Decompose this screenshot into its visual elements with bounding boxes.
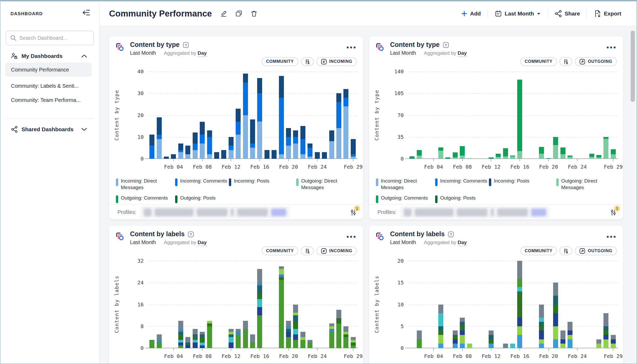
my-dashboards-section[interactable]: My Dashboards <box>1 51 99 61</box>
more-menu-icon[interactable]: ••• <box>607 44 617 56</box>
shared-dashboards-section[interactable]: Shared Dashboards <box>1 124 99 134</box>
help-icon[interactable]: ? <box>443 42 449 48</box>
bar-segment <box>329 332 334 348</box>
legend-item[interactable]: Outgoing: Direct Messages <box>556 178 617 191</box>
bar-segment <box>307 340 312 343</box>
search-input[interactable] <box>19 35 90 41</box>
chevron-up-icon[interactable] <box>81 54 87 58</box>
bar-segment <box>178 329 183 332</box>
bar-segment <box>336 93 341 102</box>
bar-segment <box>200 122 205 135</box>
legend-item[interactable]: Incoming: Posts <box>229 178 296 191</box>
y-tick-label: 20 <box>137 112 144 118</box>
collapse-sidebar-icon[interactable] <box>82 9 90 16</box>
bar-segment <box>351 340 356 343</box>
bar-segment <box>596 339 601 344</box>
legend-item[interactable]: Incoming: Direct Messages <box>116 178 175 191</box>
more-menu-icon[interactable]: ••• <box>607 233 617 245</box>
bar-segment <box>438 305 443 313</box>
export-button[interactable]: Export <box>594 10 621 18</box>
bar-segment <box>229 343 234 348</box>
bar-segment <box>603 335 608 339</box>
direction-badge[interactable]: OUTGOING <box>575 246 617 255</box>
legend-item[interactable]: Outgoing: Direct Messages <box>296 178 357 191</box>
bar-segment <box>200 144 205 159</box>
bar-segment <box>517 151 522 159</box>
x-tick-label: Feb 08 <box>453 164 472 170</box>
aggregation-value[interactable]: Day <box>198 240 207 246</box>
filter-icon[interactable]: 1 <box>349 208 357 216</box>
delete-icon[interactable] <box>250 10 258 18</box>
legend-item[interactable]: Incoming: Posts <box>489 178 556 191</box>
share-button[interactable]: Share <box>555 10 580 17</box>
aggregation-value[interactable]: Day <box>198 50 207 57</box>
legend-item[interactable]: Outgoing: Posts <box>435 195 489 203</box>
sidebar-item-labels-sentiment[interactable]: Community: Labels & Senti... <box>5 80 92 92</box>
duplicate-icon[interactable] <box>235 10 243 18</box>
stacked-bar <box>214 152 219 159</box>
more-menu-icon[interactable]: ••• <box>347 44 357 56</box>
x-tick-mark <box>202 159 203 161</box>
bar-segment <box>438 326 443 331</box>
filter-icon[interactable]: 1 <box>609 208 617 216</box>
bar-segment <box>343 337 348 348</box>
flag-badge[interactable] <box>559 246 572 255</box>
stacked-bar <box>539 147 544 159</box>
bar-segment <box>286 329 291 332</box>
aggregation-value[interactable]: Day <box>458 50 467 57</box>
chevron-down-icon[interactable] <box>81 128 87 131</box>
legend-item[interactable]: Outgoing: Comments <box>376 195 435 203</box>
flag-badge[interactable] <box>559 57 572 66</box>
community-badge[interactable]: COMMUNITY <box>262 246 298 255</box>
help-icon[interactable]: ? <box>183 42 189 48</box>
edit-icon[interactable] <box>220 10 228 18</box>
stacked-bar <box>264 150 269 159</box>
flag-badge[interactable] <box>301 57 314 66</box>
bar-segment <box>510 156 515 159</box>
chart-plot: 08162432Feb 04Feb 08Feb 12Feb 16Feb 20Fe… <box>148 261 357 348</box>
x-tick-mark <box>353 348 353 351</box>
legend-item[interactable]: Outgoing: Posts <box>175 195 229 203</box>
x-tick-mark <box>520 159 520 161</box>
legend-item[interactable]: Incoming: Comments <box>435 178 489 191</box>
gridline <box>148 283 357 283</box>
add-button[interactable]: Add <box>461 10 481 17</box>
legend-item[interactable]: Incoming: Direct Messages <box>376 178 435 191</box>
aggregation-value[interactable]: Day <box>458 240 467 246</box>
bar-segment <box>553 137 558 145</box>
bar-segment <box>178 332 183 334</box>
profiles-label: Profiles: <box>117 209 136 215</box>
bar-segment <box>164 157 169 159</box>
x-tick-mark <box>433 159 434 161</box>
direction-badge[interactable]: INCOMING <box>316 246 357 255</box>
community-badge[interactable]: COMMUNITY <box>262 57 298 66</box>
date-range-button[interactable]: Last Month <box>495 10 541 17</box>
stacked-bar <box>243 74 248 159</box>
x-tick-label: Feb 29 <box>604 164 623 170</box>
x-tick-mark <box>288 348 289 351</box>
help-icon[interactable]: ? <box>188 231 194 238</box>
bar-segment <box>503 344 508 348</box>
gridline <box>148 115 357 116</box>
sidebar-item-community-performance[interactable]: Community Performance <box>5 63 92 77</box>
legend-item[interactable]: Incoming: Comments <box>175 178 229 191</box>
community-badge[interactable]: COMMUNITY <box>520 246 557 255</box>
bar-segment <box>185 154 190 159</box>
bar-segment <box>560 330 565 339</box>
bar-segment <box>343 106 348 159</box>
bar-segment <box>200 337 205 343</box>
direction-badge[interactable]: OUTGOING <box>575 57 617 66</box>
more-menu-icon[interactable]: ••• <box>347 233 357 245</box>
direction-badge[interactable]: INCOMING <box>316 57 357 66</box>
flag-badge[interactable] <box>301 246 314 255</box>
x-tick-label: Feb 29 <box>604 353 623 359</box>
community-badge[interactable]: COMMUNITY <box>520 57 557 66</box>
help-icon[interactable]: ? <box>448 231 454 238</box>
sidebar-item-team-performance[interactable]: Community: Team Performa... <box>5 94 92 106</box>
gridline <box>408 93 617 94</box>
stacked-bar <box>510 344 515 348</box>
bar-segment <box>560 339 565 344</box>
stacked-bar <box>157 334 162 348</box>
scrollbar-thumb[interactable] <box>631 31 635 102</box>
legend-item[interactable]: Outgoing: Comments <box>116 195 175 203</box>
